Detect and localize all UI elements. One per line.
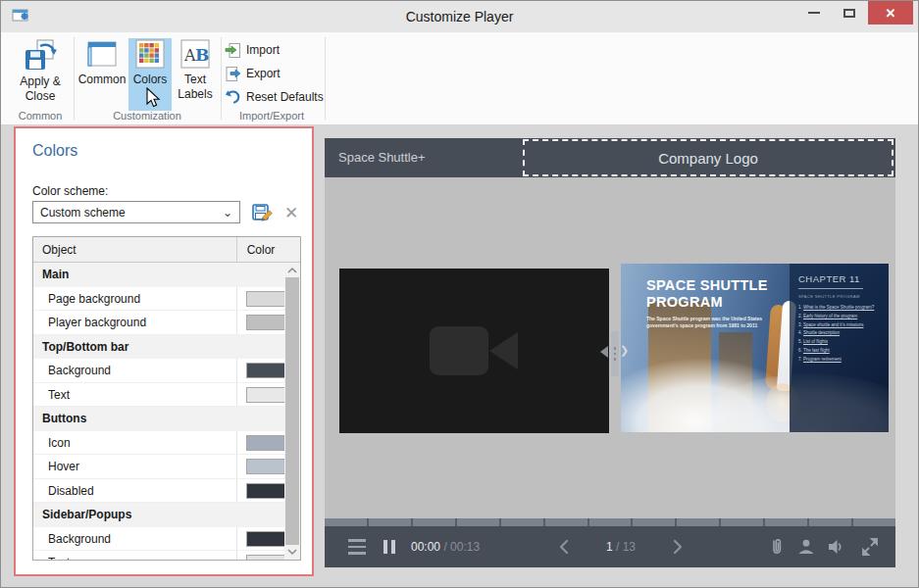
seekbar-segment[interactable] [413, 518, 455, 526]
minimize-button[interactable] [797, 1, 831, 24]
row-label: Background [48, 532, 111, 546]
row-label: Icon [48, 436, 71, 450]
text-labels-button[interactable]: A B Text Labels [174, 38, 217, 111]
slide-separator: / [616, 540, 619, 554]
seekbar-segment[interactable] [325, 518, 367, 526]
seekbar-segment[interactable] [765, 518, 807, 526]
ribbon-group-common: Common [11, 110, 70, 122]
apply-close-label: Apply & Close [11, 74, 70, 104]
row-label: Text [48, 556, 70, 561]
table-row[interactable]: Player background [33, 311, 284, 335]
seekbar-segment[interactable] [545, 518, 587, 526]
export-icon [225, 66, 241, 82]
color-swatch[interactable] [246, 315, 285, 330]
splitter-expand-right-icon[interactable]: ❯ [620, 344, 629, 357]
color-swatch[interactable] [246, 531, 285, 547]
chevron-left-icon [558, 539, 570, 555]
time-display: 00:00 / 00:13 [411, 540, 480, 554]
close-button[interactable]: ✕ [868, 1, 913, 24]
table-group-row[interactable]: Buttons [33, 407, 284, 431]
ribbon-separator [221, 37, 222, 120]
seekbar-segment[interactable] [853, 518, 895, 526]
delete-scheme-button[interactable]: ✕ [281, 202, 302, 223]
colors-panel: Colors Color scheme: Custom scheme ⌄ ✕ O… [14, 126, 314, 576]
previous-slide-button[interactable] [552, 526, 576, 567]
toc-link[interactable]: 3. Space shuttle and it's missions [798, 322, 880, 327]
color-swatch[interactable] [246, 291, 285, 307]
close-icon: ✕ [886, 7, 896, 20]
color-swatch[interactable] [246, 435, 285, 451]
splitter-grip-icon [614, 347, 617, 364]
save-scheme-icon [252, 203, 273, 223]
time-separator: / [443, 540, 446, 554]
color-swatch[interactable] [246, 459, 285, 474]
scrollbar-thumb[interactable] [285, 277, 299, 545]
table-row[interactable]: Disabled [33, 479, 284, 504]
color-swatch[interactable] [246, 555, 285, 561]
table-row[interactable]: Background [33, 527, 284, 552]
toc-link[interactable]: 5. List of flights [798, 339, 880, 344]
import-button[interactable]: Import [225, 40, 280, 60]
seekbar-segment[interactable] [369, 518, 411, 526]
player-control-bar: 00:00 / 00:13 1 / 13 [325, 526, 895, 567]
toc-link[interactable]: 1. What is the Space Shuttle program? [798, 305, 880, 310]
scroll-up-icon[interactable] [286, 265, 298, 276]
splitter-handle[interactable] [611, 331, 619, 376]
delete-scheme-icon: ✕ [284, 205, 298, 221]
column-divider [236, 479, 237, 503]
common-button[interactable]: Common [77, 38, 127, 111]
pause-button[interactable] [378, 526, 401, 567]
seekbar-segment[interactable] [457, 518, 499, 526]
scroll-down-icon[interactable] [286, 546, 298, 558]
color-swatch[interactable] [246, 363, 285, 378]
table-row[interactable]: Page background [33, 287, 284, 312]
player-top-bar: Space Shuttle+ Company Logo [325, 138, 895, 177]
common-label: Common [78, 73, 127, 87]
company-logo-placeholder[interactable]: Company Logo [523, 139, 893, 176]
table-group-row[interactable]: Top/Bottom bar [33, 335, 284, 360]
column-divider [236, 551, 237, 561]
table-scrollbar[interactable] [284, 263, 300, 560]
seekbar-segment[interactable] [721, 518, 763, 526]
table-group-row[interactable]: Sidebar/Popups [33, 503, 284, 527]
slide-seekbar[interactable] [325, 518, 895, 526]
seekbar-segment[interactable] [677, 518, 719, 526]
color-scheme-select[interactable]: Custom scheme ⌄ [32, 201, 240, 223]
splitter-collapse-left-icon[interactable] [600, 346, 608, 358]
table-row[interactable]: Text [33, 383, 284, 408]
color-swatch[interactable] [246, 483, 285, 499]
save-scheme-button[interactable] [251, 202, 273, 223]
panel-title: Colors [32, 142, 77, 160]
chapter-heading: CHAPTER 11 [798, 273, 880, 284]
slide-title: SPACE SHUTTLE PROGRAM [646, 277, 803, 311]
toc-link[interactable]: 4. Shuttle description [798, 330, 880, 335]
text-labels-label: Text Labels [174, 73, 217, 102]
toc-link[interactable]: 7. Program retirement [798, 357, 880, 362]
presenter-button[interactable] [793, 526, 819, 567]
seekbar-segment[interactable] [809, 518, 851, 526]
toc-link[interactable]: 6. The last flight [798, 348, 880, 353]
column-divider [236, 455, 237, 478]
table-row[interactable]: Text [33, 551, 284, 561]
import-icon [225, 42, 241, 59]
toc-link[interactable]: 2. Early history of the program [798, 314, 880, 318]
attachments-button[interactable] [764, 526, 790, 567]
table-row[interactable]: Background [33, 359, 284, 383]
menu-button[interactable] [344, 526, 370, 567]
apply-close-button[interactable]: Apply & Close [11, 38, 70, 111]
video-camera-icon [430, 324, 520, 377]
seekbar-segment[interactable] [633, 518, 675, 526]
export-button[interactable]: Export [225, 64, 281, 83]
color-swatch[interactable] [246, 387, 285, 403]
table-group-row[interactable]: Main [33, 263, 284, 287]
slide-chapter-panel: CHAPTER 11 SPACE SHUTTLE PROGRAM 1. What… [790, 264, 889, 432]
table-row[interactable]: Icon [33, 431, 284, 456]
seekbar-segment[interactable] [501, 518, 543, 526]
fullscreen-button[interactable] [856, 526, 884, 567]
seekbar-segment[interactable] [589, 518, 632, 526]
maximize-button[interactable] [831, 1, 868, 24]
next-slide-button[interactable] [666, 526, 689, 567]
reset-defaults-button[interactable]: Reset Defaults [225, 87, 324, 107]
volume-button[interactable] [823, 526, 848, 567]
table-row[interactable]: Hover [33, 455, 284, 479]
